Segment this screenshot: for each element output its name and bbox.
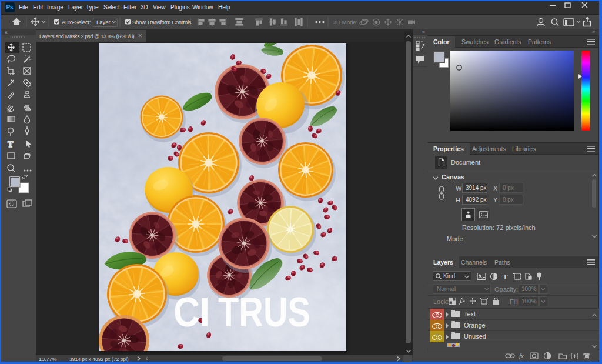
svg-text:«: « [422,29,425,35]
svg-text:Layer: Layer [96,19,111,25]
svg-text:Auto-Select:: Auto-Select: [62,19,91,25]
svg-text:TRUS: TRUS [218,289,310,335]
svg-text:Show Transform Controls: Show Transform Controls [132,19,192,25]
svg-text:CI: CI [173,289,210,335]
svg-text:3D Mode:: 3D Mode: [333,19,357,25]
svg-text:T: T [503,272,508,281]
svg-text:fx: fx [519,352,524,359]
svg-text:«: « [5,29,8,35]
svg-text:T: T [8,140,14,149]
